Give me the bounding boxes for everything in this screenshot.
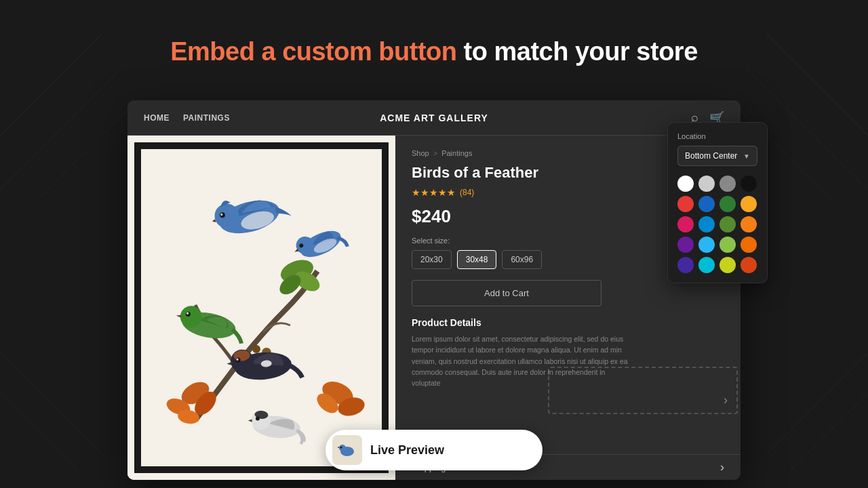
- live-preview-bar[interactable]: Live Preview: [326, 430, 542, 470]
- product-details-heading: Product Details: [412, 317, 724, 328]
- color-swatch-white[interactable]: [677, 176, 694, 192]
- breadcrumb-category: Paintings: [441, 149, 472, 157]
- live-preview-label: Live Preview: [370, 443, 444, 458]
- color-swatch-purple[interactable]: [677, 237, 694, 253]
- color-swatch-cyan[interactable]: [698, 257, 715, 273]
- color-swatch-lime-green[interactable]: [719, 216, 736, 232]
- svg-line-8: [766, 352, 868, 454]
- location-dropdown[interactable]: Bottom Center ▼: [677, 146, 757, 166]
- color-swatch-sky-blue[interactable]: [698, 237, 715, 253]
- svg-line-1: [0, 68, 122, 190]
- color-swatch-olive[interactable]: [719, 257, 736, 273]
- breadcrumb-shop: Shop: [412, 149, 429, 157]
- nav-link-paintings[interactable]: PAINTINGS: [183, 113, 230, 123]
- color-swatch-gray[interactable]: [719, 176, 736, 192]
- color-swatch-green[interactable]: [719, 196, 736, 212]
- color-picker-panel: Location Bottom Center ▼: [667, 122, 768, 283]
- location-value: Bottom Center: [685, 151, 737, 161]
- color-swatch-blue[interactable]: [698, 196, 715, 212]
- live-preview-thumbnail: [332, 435, 362, 465]
- svg-line-7: [0, 393, 81, 474]
- color-swatch-orange[interactable]: [741, 237, 757, 253]
- hero-heading-highlight: Embed a custom button: [170, 37, 456, 66]
- svg-line-6: [0, 352, 102, 454]
- color-swatch-amber[interactable]: [741, 216, 757, 232]
- store-nav: HOME PAINTINGS ACME ART GALLERY ⌕ 🛒: [127, 100, 741, 136]
- chevron-down-icon: ▼: [743, 152, 750, 160]
- review-count: (84): [460, 188, 474, 197]
- star-rating: ★★★★★: [412, 187, 456, 198]
- store-content: Shop > Paintings Birds of a Feather ★★★★…: [127, 136, 741, 480]
- color-swatch-black[interactable]: [741, 176, 757, 192]
- color-swatch-deep-orange[interactable]: [741, 257, 757, 273]
- color-swatch-red[interactable]: [677, 196, 694, 212]
- size-btn-30x48[interactable]: 30x48: [457, 250, 497, 269]
- nav-link-home[interactable]: HOME: [144, 113, 170, 123]
- breadcrumb-sep: >: [433, 149, 437, 157]
- color-swatch-deep-purple[interactable]: [677, 257, 694, 273]
- svg-point-24: [252, 345, 260, 353]
- color-swatch-light-blue[interactable]: [698, 216, 715, 232]
- color-grid: [677, 176, 757, 273]
- svg-point-51: [340, 447, 342, 449]
- shipping-arrow: ›: [720, 460, 724, 474]
- color-swatch-yellow[interactable]: [741, 196, 757, 212]
- nav-links: HOME PAINTINGS: [144, 113, 230, 123]
- size-btn-60x96[interactable]: 60x96: [502, 250, 542, 269]
- size-btn-20x30[interactable]: 20x30: [412, 250, 452, 269]
- color-swatch-pink[interactable]: [677, 216, 694, 232]
- next-arrow[interactable]: ›: [724, 393, 728, 407]
- add-to-cart-button[interactable]: Add to Cart: [412, 280, 601, 306]
- store-mockup: HOME PAINTINGS ACME ART GALLERY ⌕ 🛒: [127, 100, 741, 480]
- svg-point-50: [339, 445, 346, 451]
- store-title: ACME ART GALLERY: [380, 113, 488, 123]
- hero-heading-rest: to match your store: [457, 37, 698, 66]
- live-preview-placeholder: [548, 367, 738, 414]
- product-image-area: [127, 136, 395, 480]
- hero-heading: Embed a custom button to match your stor…: [0, 37, 868, 66]
- svg-line-9: [787, 393, 868, 474]
- color-swatch-light-gray[interactable]: [698, 176, 715, 192]
- painting-image: [127, 136, 395, 480]
- location-label: Location: [677, 132, 757, 140]
- svg-line-2: [34, 102, 136, 203]
- color-swatch-yellow-green[interactable]: [719, 237, 736, 253]
